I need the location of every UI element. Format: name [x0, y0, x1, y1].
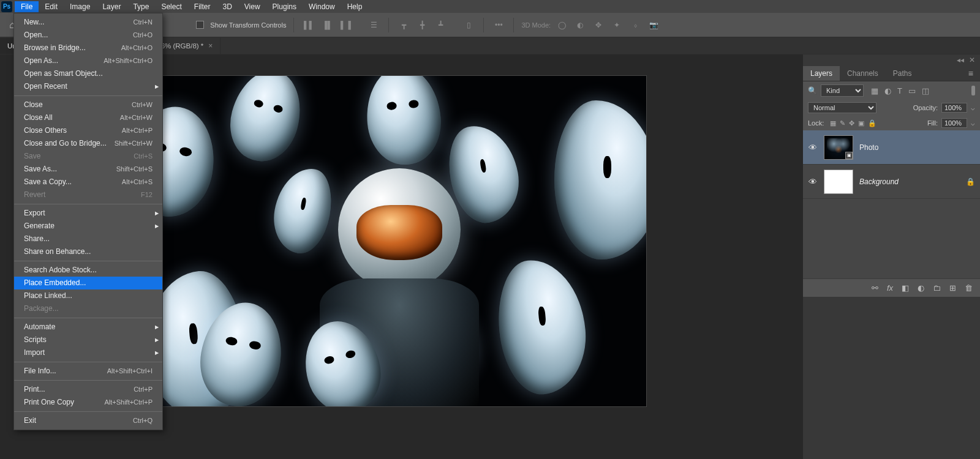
right-panel-column: ◂◂ ✕ LayersChannelsPaths ≡ 🔍 Kind ▦ ◐ T …: [803, 54, 980, 459]
filter-toggle[interactable]: [971, 86, 975, 95]
search-icon[interactable]: 🔍: [808, 86, 817, 95]
file-menu-save-as[interactable]: Save As...Shift+Ctrl+S: [14, 163, 162, 176]
new-layer-icon[interactable]: ⊞: [949, 283, 956, 293]
3d-camera-icon[interactable]: 📷: [646, 18, 661, 32]
filter-pixel-icon[interactable]: ▦: [871, 86, 878, 95]
menu-layer[interactable]: Layer: [96, 1, 127, 12]
file-menu-print[interactable]: Print...Ctrl+P: [14, 383, 162, 396]
file-menu-open-as[interactable]: Open As...Alt+Shift+Ctrl+O: [14, 54, 162, 67]
fill-dropdown-icon[interactable]: ⌵: [971, 119, 975, 127]
file-menu-share[interactable]: Share...: [14, 233, 162, 245]
file-menu-save-a-copy[interactable]: Save a Copy...Alt+Ctrl+S: [14, 176, 162, 188]
layer-name-label[interactable]: Background: [859, 177, 899, 186]
menu-3d[interactable]: 3D: [216, 1, 238, 12]
file-menu-share-on-behance[interactable]: Share on Behance...: [14, 245, 162, 258]
file-menu-automate[interactable]: Automate: [14, 321, 162, 334]
align-middle-icon[interactable]: ╋: [415, 18, 429, 32]
file-menu-close-others[interactable]: Close OthersAlt+Ctrl+P: [14, 124, 162, 137]
3d-roll-icon[interactable]: ◐: [573, 18, 587, 32]
file-menu-open[interactable]: Open...Ctrl+O: [14, 29, 162, 42]
lock-all-icon[interactable]: 🔒: [868, 119, 876, 127]
close-tab-icon[interactable]: ×: [208, 42, 213, 50]
collapse-panels-icon[interactable]: ◂◂: [957, 56, 964, 64]
link-layers-icon[interactable]: ⚯: [872, 283, 878, 293]
file-menu-generate[interactable]: Generate: [14, 220, 162, 233]
fill-input[interactable]: [941, 118, 967, 128]
3d-slide-icon[interactable]: ✦: [609, 18, 624, 32]
show-transform-checkbox[interactable]: [196, 21, 204, 29]
menu-select[interactable]: Select: [155, 1, 187, 12]
file-menu-exit[interactable]: ExitCtrl+Q: [14, 414, 162, 427]
menu-edit[interactable]: Edit: [39, 1, 64, 12]
file-menu-print-one-copy[interactable]: Print One CopyAlt+Shift+Ctrl+P: [14, 396, 162, 409]
lock-artboard-icon[interactable]: ▣: [858, 119, 864, 127]
file-menu-new[interactable]: New...Ctrl+N: [14, 16, 162, 29]
panel-menu-icon[interactable]: ≡: [962, 69, 980, 78]
opacity-dropdown-icon[interactable]: ⌵: [971, 104, 975, 112]
file-menu-search-adobe-stock[interactable]: Search Adobe Stock...: [14, 264, 162, 277]
lock-position-icon[interactable]: ✥: [849, 119, 854, 127]
file-menu-import[interactable]: Import: [14, 346, 162, 359]
file-menu-place-embedded[interactable]: Place Embedded...: [14, 277, 162, 289]
delete-layer-icon[interactable]: 🗑: [965, 283, 973, 293]
3d-pan-icon[interactable]: ✥: [591, 18, 606, 32]
file-menu-open-as-smart-object[interactable]: Open as Smart Object...: [14, 67, 162, 80]
menu-plugins[interactable]: Plugins: [266, 1, 303, 12]
distribute-v-icon[interactable]: ▯: [461, 18, 476, 32]
align-bottom-icon[interactable]: ┻: [433, 18, 448, 32]
filter-type-icon[interactable]: T: [897, 86, 902, 95]
filter-smart-icon[interactable]: ◫: [922, 86, 929, 95]
filter-adjust-icon[interactable]: ◐: [884, 86, 891, 95]
lock-pixels-icon[interactable]: ✎: [840, 119, 845, 127]
filter-shape-icon[interactable]: ▭: [908, 86, 916, 95]
file-menu-revert: RevertF12: [14, 188, 162, 201]
more-options-icon[interactable]: •••: [491, 18, 506, 32]
layer-row[interactable]: 👁Background🔒: [803, 165, 980, 199]
lock-transparent-icon[interactable]: ▦: [830, 119, 836, 127]
mask-graphic: [554, 100, 646, 259]
file-menu-browse-in-bridge[interactable]: Browse in Bridge...Alt+Ctrl+O: [14, 42, 162, 54]
distribute-icon[interactable]: ☰: [366, 18, 381, 32]
file-menu-scripts[interactable]: Scripts: [14, 334, 162, 346]
blend-mode-select[interactable]: Normal: [808, 102, 876, 113]
align-left-icon[interactable]: ▌▌: [301, 18, 316, 32]
menu-image[interactable]: Image: [64, 1, 96, 12]
align-top-icon[interactable]: ┳: [396, 18, 411, 32]
menu-window[interactable]: Window: [303, 1, 341, 12]
align-right-icon[interactable]: ▌▐: [338, 18, 353, 32]
file-menu-file-info[interactable]: File Info...Alt+Shift+Ctrl+I: [14, 365, 162, 378]
panel-tab-channels[interactable]: Channels: [840, 66, 886, 81]
file-menu-place-linked[interactable]: Place Linked...: [14, 289, 162, 302]
align-center-h-icon[interactable]: ▐▌: [320, 18, 334, 32]
layer-lock-icon[interactable]: 🔒: [966, 177, 975, 186]
file-menu-open-recent[interactable]: Open Recent: [14, 80, 162, 93]
panel-tab-paths[interactable]: Paths: [886, 66, 919, 81]
layer-group-icon[interactable]: 🗀: [933, 283, 941, 293]
3d-orbit-icon[interactable]: ◯: [554, 18, 569, 32]
layer-thumbnail[interactable]: [824, 170, 853, 194]
file-menu-close-and-go-to-bridge[interactable]: Close and Go to Bridge...Shift+Ctrl+W: [14, 137, 162, 150]
3d-walk-icon[interactable]: ⬨: [628, 18, 643, 32]
layer-visibility-icon[interactable]: 👁: [808, 177, 818, 187]
layer-list-empty-area[interactable]: [803, 199, 980, 278]
adjustment-layer-icon[interactable]: ◐: [918, 283, 924, 293]
layer-row[interactable]: 👁▣Photo: [803, 130, 980, 165]
menu-file[interactable]: File: [15, 1, 39, 12]
layer-fx-icon[interactable]: fx: [887, 283, 893, 293]
panel-tab-layers[interactable]: Layers: [803, 66, 840, 81]
menu-filter[interactable]: Filter: [188, 1, 217, 12]
layer-name-label[interactable]: Photo: [859, 143, 878, 152]
layer-mask-icon[interactable]: ◧: [902, 283, 909, 293]
close-panel-group-icon[interactable]: ✕: [969, 56, 975, 64]
file-menu-close[interactable]: CloseCtrl+W: [14, 99, 162, 111]
file-menu-export[interactable]: Export: [14, 207, 162, 220]
menu-view[interactable]: View: [238, 1, 266, 12]
menu-help[interactable]: Help: [341, 1, 369, 12]
file-menu-close-all[interactable]: Close AllAlt+Ctrl+W: [14, 111, 162, 124]
layer-thumbnail[interactable]: ▣: [824, 135, 853, 160]
menu-type[interactable]: Type: [127, 1, 155, 12]
layer-filter-kind-select[interactable]: Kind: [821, 84, 864, 97]
opacity-input[interactable]: [941, 103, 967, 113]
document-canvas[interactable]: [153, 76, 646, 406]
layer-visibility-icon[interactable]: 👁: [808, 143, 818, 152]
